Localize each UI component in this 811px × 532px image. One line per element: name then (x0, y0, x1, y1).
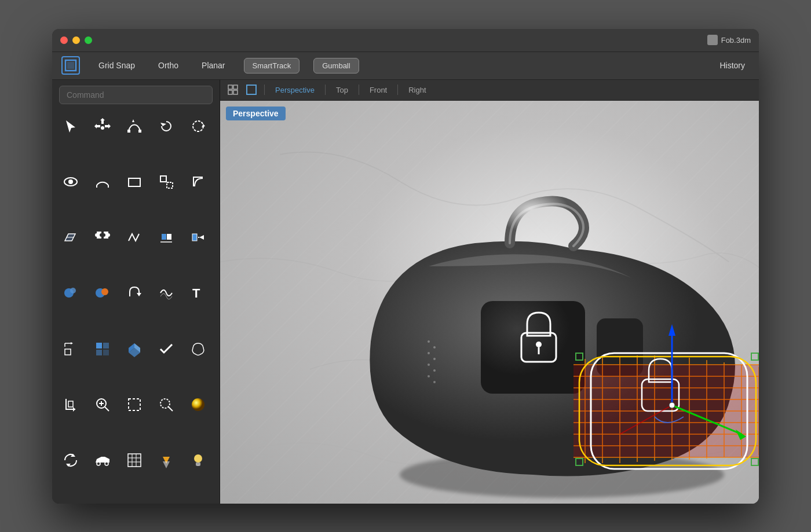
tool-grid: T (52, 110, 220, 504)
svg-rect-109 (751, 353, 758, 360)
tool-grid-cells[interactable] (89, 335, 116, 363)
minimize-button[interactable] (72, 36, 80, 44)
tab-front[interactable]: Front (364, 83, 393, 97)
traffic-lights (60, 36, 92, 44)
tool-text[interactable]: T (184, 279, 212, 307)
tool-grid-map[interactable] (120, 446, 148, 474)
tool-flow[interactable] (152, 279, 180, 307)
planar-button[interactable]: Planar (197, 58, 229, 72)
gumball-button[interactable]: Gumball (313, 58, 359, 74)
svg-marker-37 (71, 342, 73, 344)
ortho-button[interactable]: Ortho (154, 58, 183, 72)
viewport-grid-icon[interactable] (225, 82, 241, 98)
tool-car[interactable] (89, 446, 116, 474)
tool-corner[interactable] (184, 168, 212, 196)
svg-rect-16 (129, 178, 140, 186)
tool-cursor[interactable] (57, 112, 85, 140)
tool-sphere-orange[interactable] (89, 279, 116, 307)
svg-marker-3 (100, 118, 105, 124)
viewport-single-icon[interactable] (243, 82, 260, 98)
tool-rect[interactable] (120, 168, 148, 196)
tool-solid-extrude[interactable] (120, 335, 148, 363)
tool-transform[interactable] (152, 168, 180, 196)
svg-line-50 (169, 407, 173, 411)
svg-rect-22 (162, 234, 166, 240)
tool-marquee[interactable] (120, 391, 148, 419)
viewport-label: Perspective (226, 107, 286, 120)
svg-marker-42 (73, 407, 75, 412)
tab-perspective[interactable]: Perspective (269, 83, 320, 97)
tool-arrow-corner2[interactable] (57, 391, 85, 419)
svg-marker-5 (105, 124, 111, 129)
tab-top[interactable]: Top (330, 83, 354, 97)
tool-eye[interactable] (57, 168, 85, 196)
tool-split[interactable] (184, 223, 212, 251)
tool-puzzle[interactable] (89, 223, 116, 251)
svg-point-82 (428, 375, 430, 377)
tool-surface-grid[interactable] (57, 223, 85, 251)
svg-marker-9 (160, 123, 166, 126)
svg-rect-23 (167, 234, 171, 240)
viewport-area: Perspective Top Front Right (220, 80, 759, 504)
svg-point-54 (97, 462, 100, 465)
tool-zoom-in[interactable] (89, 391, 116, 419)
svg-marker-8 (132, 119, 134, 122)
svg-point-83 (433, 381, 436, 383)
tool-triangle-down[interactable] (152, 446, 180, 474)
svg-point-29 (70, 288, 76, 293)
tool-dimension[interactable] (152, 223, 180, 251)
tool-sphere-blue[interactable] (57, 279, 85, 307)
svg-rect-71 (481, 301, 585, 394)
svg-rect-39 (103, 343, 109, 348)
command-input[interactable] (59, 86, 213, 104)
tool-rotate[interactable] (152, 112, 180, 140)
svg-point-31 (101, 288, 108, 295)
svg-point-13 (68, 179, 73, 184)
tool-arc[interactable] (89, 168, 116, 196)
history-button[interactable]: History (715, 58, 750, 72)
svg-rect-34 (65, 349, 71, 355)
svg-rect-67 (228, 90, 232, 94)
svg-point-76 (428, 340, 430, 343)
tool-curve-draw[interactable] (120, 112, 148, 140)
smarttrack-button[interactable]: SmartTrack (244, 58, 300, 74)
titlebar: Fob.3dm (52, 29, 759, 52)
tool-circle-arrow[interactable] (184, 112, 212, 140)
tool-blob[interactable] (184, 335, 212, 363)
svg-rect-69 (247, 85, 256, 94)
grid-snap-button[interactable]: Grid Snap (94, 58, 140, 72)
tool-point[interactable] (89, 112, 116, 140)
tool-check[interactable] (152, 335, 180, 363)
sidebar: T (52, 80, 220, 504)
maximize-button[interactable] (85, 36, 92, 44)
svg-point-77 (433, 346, 436, 348)
svg-rect-7 (138, 130, 141, 133)
svg-point-80 (428, 364, 430, 366)
svg-point-10 (193, 121, 203, 131)
svg-rect-18 (167, 182, 173, 188)
tool-render-ball[interactable] (184, 391, 212, 419)
title-text: Fob.3dm (721, 36, 751, 45)
viewport-3d[interactable]: Perspective (220, 101, 759, 504)
svg-point-63 (194, 454, 202, 463)
main-window: Fob.3dm Grid Snap Ortho Planar SmartTrac… (52, 29, 759, 504)
tool-zigzag[interactable] (120, 223, 148, 251)
tool-zoom-region[interactable] (152, 391, 180, 419)
svg-rect-65 (228, 85, 232, 89)
svg-rect-25 (192, 234, 197, 241)
svg-point-51 (192, 398, 204, 411)
svg-point-78 (428, 352, 430, 354)
tool-arrow-corner[interactable] (57, 335, 85, 363)
svg-rect-43 (68, 401, 73, 407)
window-title: Fob.3dm (707, 35, 751, 45)
svg-marker-26 (199, 235, 204, 240)
svg-marker-62 (163, 461, 170, 468)
tab-right[interactable]: Right (403, 83, 432, 97)
tool-lightbulb[interactable] (184, 446, 212, 474)
svg-text:T: T (192, 286, 200, 300)
tool-rotate-scene[interactable] (57, 446, 85, 474)
tool-uturn[interactable] (120, 279, 148, 307)
app-icon (707, 35, 718, 45)
close-button[interactable] (60, 36, 68, 44)
logo-button[interactable] (61, 56, 80, 75)
